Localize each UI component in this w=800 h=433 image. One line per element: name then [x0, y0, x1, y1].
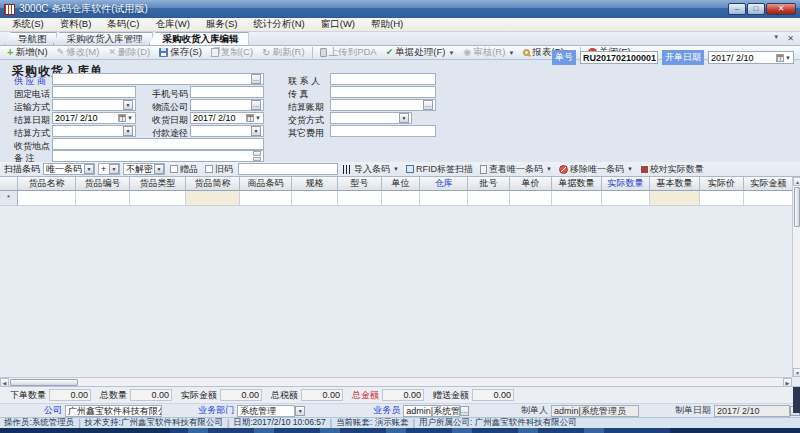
grid-cell[interactable] — [510, 191, 552, 206]
grid-cell[interactable] — [76, 191, 130, 206]
save-button[interactable]: 保存(S) — [155, 46, 206, 59]
grid-cell[interactable] — [382, 191, 420, 206]
doc-process-button[interactable]: ✔单据处理(F)▼ — [382, 46, 459, 59]
maximize-button[interactable]: □ — [747, 3, 765, 15]
pay-way-select[interactable]: ▼ — [190, 125, 264, 137]
menu-data[interactable]: 资料(B) — [52, 18, 100, 31]
ellipsis-button[interactable]: … — [251, 100, 261, 110]
grid-cell[interactable] — [240, 191, 292, 206]
grid-header[interactable]: 仓库 — [420, 177, 468, 191]
barcode-input[interactable] — [238, 163, 338, 175]
view-unique-button[interactable]: 查看唯一条码▼ — [478, 163, 554, 176]
scrollbar-thumb[interactable] — [794, 187, 800, 227]
grid-header[interactable]: 实际数量 — [602, 177, 650, 191]
recv-place-input[interactable] — [52, 138, 264, 150]
grid-cell[interactable] — [700, 191, 744, 206]
tab-receipt-manage[interactable]: 采购收货入库管理 — [53, 32, 153, 45]
grid-header[interactable]: 单价 — [510, 177, 552, 191]
remove-unique-button[interactable]: 移除唯一条码▼ — [557, 163, 635, 176]
audit-button[interactable]: ◉审核(R)▼ — [459, 46, 518, 59]
grid-header[interactable]: 货品编号 — [76, 177, 130, 191]
tab-close-icon[interactable]: ✕ — [787, 34, 794, 43]
grid-header[interactable]: 批号 — [468, 177, 510, 191]
copy-button[interactable]: 复制(C) — [207, 46, 257, 59]
remark-input[interactable] — [52, 150, 264, 162]
grid-cell[interactable] — [602, 191, 650, 206]
tel-input[interactable] — [52, 86, 136, 98]
scroll-up-icon[interactable]: ▲ — [793, 177, 800, 186]
grid-cell[interactable] — [420, 191, 468, 206]
delete-button[interactable]: ✕删除(D) — [104, 46, 154, 59]
rfid-scan-button[interactable]: RFID标签扫描 — [404, 163, 475, 176]
tab-navigation[interactable]: 导航图 — [4, 32, 57, 45]
ellipsis-button[interactable]: … — [460, 406, 469, 416]
grid-header[interactable]: 单位 — [382, 177, 420, 191]
chevron-down-icon[interactable]: ▼ — [399, 113, 409, 123]
chevron-down-icon[interactable]: ▼ — [84, 164, 94, 174]
upload-pda-button[interactable]: 上传到PDA — [316, 46, 381, 59]
scan-mode-select[interactable]: 唯一条码▼ — [43, 163, 95, 175]
menu-service[interactable]: 服务(S) — [198, 18, 246, 31]
gift-checkbox[interactable]: 赠品 — [168, 163, 200, 176]
menu-barcode[interactable]: 条码(C) — [99, 18, 147, 31]
tab-list-dropdown-icon[interactable]: ▼ — [773, 34, 779, 43]
grid-cell[interactable] — [292, 191, 338, 206]
grid-cell[interactable] — [650, 191, 700, 206]
transport-select[interactable]: ▼ — [52, 99, 136, 111]
chevron-down-icon[interactable]: ▼ — [154, 164, 164, 174]
menu-help[interactable]: 帮助(H) — [363, 18, 411, 31]
chevron-down-icon[interactable]: ▼ — [123, 126, 133, 136]
scroll-right-icon[interactable]: ▶ — [783, 378, 792, 387]
oldcode-checkbox[interactable]: 旧码 — [203, 163, 235, 176]
grid-cell[interactable] — [186, 191, 240, 206]
grid-cell[interactable] — [552, 191, 602, 206]
logistics-input[interactable]: … — [190, 99, 264, 111]
other-fee-input[interactable] — [330, 125, 436, 137]
spinner-control[interactable] — [253, 151, 261, 161]
grid-cell[interactable] — [18, 191, 76, 206]
grid-header[interactable]: 商品条码 — [240, 177, 292, 191]
grid-header[interactable]: 货品名称 — [18, 177, 76, 191]
new-button[interactable]: +新增(N) — [3, 46, 52, 59]
chevron-down-icon[interactable]: ▼ — [251, 126, 261, 136]
grid-header[interactable]: 单据数量 — [552, 177, 602, 191]
grid-header[interactable]: 型号 — [338, 177, 382, 191]
decrypt-select[interactable]: 不解密▼ — [123, 163, 165, 175]
settle-date-input[interactable]: 2017/ 2/10▼ — [52, 112, 136, 124]
grid-new-row[interactable]: * — [0, 191, 800, 206]
mobile-input[interactable] — [190, 86, 264, 98]
ellipsis-button[interactable]: … — [423, 100, 433, 110]
scroll-left-icon[interactable]: ◀ — [0, 378, 9, 387]
settle-way-select[interactable]: ▼ — [52, 125, 136, 137]
recv-date-input[interactable]: 2017/ 2/10▼ — [190, 112, 264, 124]
grid-header[interactable]: 实际金额 — [744, 177, 794, 191]
delivery-select[interactable]: ▼ — [330, 112, 412, 124]
tab-receipt-edit[interactable]: 采购收货入库编辑 — [149, 32, 249, 45]
doc-no-input[interactable]: RU201702100001 — [580, 51, 658, 64]
grid-header[interactable]: 货品简称 — [186, 177, 240, 191]
salesman-input[interactable]: admin|系统管理员 — [403, 405, 459, 417]
company-input[interactable]: 广州鑫宝软件科技有限公司 — [65, 405, 162, 417]
horizontal-scrollbar[interactable]: ◀ ▶ — [0, 377, 792, 386]
dept-select[interactable]: 系统管理 — [237, 405, 295, 417]
menu-statistics[interactable]: 统计分析(N) — [246, 18, 313, 31]
grid-cell[interactable] — [744, 191, 794, 206]
fax-input[interactable] — [330, 86, 436, 98]
grid-header[interactable]: 实际价 — [700, 177, 744, 191]
grid-cell[interactable] — [130, 191, 186, 206]
scroll-down-icon[interactable]: ▼ — [793, 368, 800, 377]
menu-system[interactable]: 系统(S) — [4, 18, 52, 31]
menu-window[interactable]: 窗口(W) — [313, 18, 363, 31]
grid-header[interactable]: 货品类型 — [130, 177, 186, 191]
grid-cell[interactable] — [468, 191, 510, 206]
supplier-input[interactable]: … — [52, 73, 264, 85]
grid-cell[interactable] — [338, 191, 382, 206]
contact-input[interactable] — [330, 73, 436, 85]
refresh-button[interactable]: ↻刷新(R) — [258, 46, 309, 59]
open-date-input[interactable]: 2017/ 2/10▼ — [708, 51, 794, 64]
chevron-down-icon[interactable]: ▼ — [295, 406, 305, 416]
chevron-down-icon[interactable]: ▼ — [109, 164, 119, 174]
menu-warehouse[interactable]: 仓库(W) — [148, 18, 198, 31]
ellipsis-button[interactable]: … — [251, 74, 261, 84]
minimize-button[interactable]: – — [728, 3, 746, 15]
